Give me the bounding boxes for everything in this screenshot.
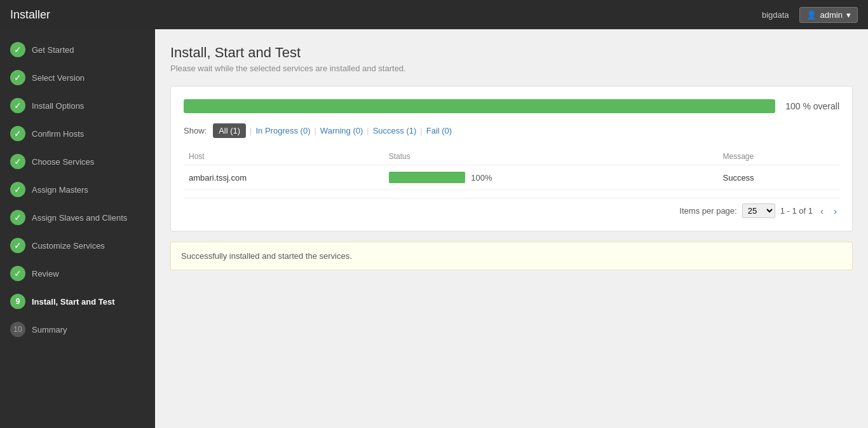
sidebar-label-get-started: Get Started (32, 45, 74, 55)
sidebar-item-select-version[interactable]: Select Version (0, 64, 155, 92)
sidebar-item-customize-services[interactable]: Customize Services (0, 231, 155, 259)
overall-bar-fill (184, 99, 775, 113)
overall-bar-container (184, 99, 775, 113)
page-subtitle: Please wait while the selected services … (170, 64, 853, 73)
col-message: Message (717, 148, 839, 165)
overall-progress-row: 100 % overall (184, 99, 839, 113)
pagination-row: Items per page: 25 50 100 1 - 1 of 1 ‹ › (184, 198, 839, 218)
navbar: Installer bigdata 👤 admin ▾ (0, 0, 868, 29)
next-page-button[interactable]: › (831, 204, 839, 217)
filter-warning-link[interactable]: Warning (0) (320, 126, 363, 135)
step-circle-summary: 10 (10, 322, 25, 337)
user-menu[interactable]: 👤 admin ▾ (799, 7, 858, 23)
step-circle-assign-slaves (10, 210, 25, 225)
sidebar-label-assign-masters: Assign Masters (32, 185, 88, 195)
items-per-page-label: Items per page: (679, 206, 736, 216)
step-circle-choose-services (10, 154, 25, 169)
sidebar-item-assign-masters[interactable]: Assign Masters (0, 176, 155, 204)
show-label: Show: (184, 126, 207, 135)
sidebar-item-assign-slaves[interactable]: Assign Slaves and Clients (0, 204, 155, 231)
table-row: ambari.tssj.com 100% Success (184, 165, 839, 190)
sep-2: | (314, 126, 316, 135)
sidebar-item-choose-services[interactable]: Choose Services (0, 148, 155, 176)
overall-percent-label: 100 % overall (785, 101, 839, 111)
page-title: Install, Start and Test (170, 45, 853, 61)
step-circle-install-options (10, 98, 25, 113)
sidebar-label-confirm-hosts: Confirm Hosts (32, 129, 84, 139)
cluster-name: bigdata (762, 10, 789, 20)
sidebar: Get Started Select Version Install Optio… (0, 29, 155, 428)
filter-in-progress-link[interactable]: In Progress (0) (255, 126, 310, 135)
sidebar-item-summary[interactable]: 10 Summary (0, 315, 155, 343)
install-card: 100 % overall Show: All (1) | In Progres… (170, 86, 853, 231)
sidebar-item-install-start-test[interactable]: 9 Install, Start and Test (0, 287, 155, 315)
step-circle-assign-masters (10, 182, 25, 197)
sidebar-label-select-version: Select Version (32, 73, 85, 83)
col-host: Host (184, 148, 384, 165)
step-circle-get-started (10, 42, 25, 57)
sidebar-item-confirm-hosts[interactable]: Confirm Hosts (0, 120, 155, 148)
host-name: ambari.tssj.com (184, 165, 384, 190)
sidebar-label-review: Review (32, 269, 59, 279)
sidebar-item-install-options[interactable]: Install Options (0, 92, 155, 120)
sidebar-label-customize-services: Customize Services (32, 241, 105, 251)
host-status-cell: 100% (384, 165, 718, 190)
main-content: Install, Start and Test Please wait whil… (155, 29, 868, 428)
step-circle-select-version (10, 70, 25, 85)
sidebar-label-install-start-test: Install, Start and Test (32, 297, 115, 307)
step-circle-install-start-test: 9 (10, 294, 25, 309)
host-percent: 100% (471, 173, 492, 183)
success-message-text: Successfully installed and started the s… (181, 251, 352, 261)
step-circle-confirm-hosts (10, 126, 25, 141)
host-progress-bar (389, 172, 465, 183)
chevron-down-icon: ▾ (846, 10, 851, 20)
filter-fail-link[interactable]: Fail (0) (426, 126, 452, 135)
host-table: Host Status Message ambari.tssj.com 100%… (184, 148, 839, 190)
sep-3: | (367, 126, 369, 135)
col-status: Status (384, 148, 718, 165)
sidebar-label-summary: Summary (32, 325, 67, 335)
filter-all-button[interactable]: All (1) (213, 123, 246, 138)
step-circle-review (10, 266, 25, 281)
sep-4: | (420, 126, 422, 135)
filter-row: Show: All (1) | In Progress (0) | Warnin… (184, 123, 839, 138)
user-label: admin (820, 10, 843, 20)
app-title: Installer (10, 8, 50, 22)
sidebar-label-choose-services: Choose Services (32, 157, 94, 167)
user-icon: 👤 (806, 10, 817, 20)
sidebar-item-get-started[interactable]: Get Started (0, 36, 155, 64)
success-message-box: Successfully installed and started the s… (170, 242, 853, 270)
navbar-right: bigdata 👤 admin ▾ (762, 7, 858, 23)
prev-page-button[interactable]: ‹ (818, 204, 826, 217)
sidebar-label-install-options: Install Options (32, 101, 84, 111)
page-range-label: 1 - 1 of 1 (780, 206, 813, 216)
step-circle-customize-services (10, 238, 25, 253)
filter-success-link[interactable]: Success (1) (373, 126, 417, 135)
sidebar-item-review[interactable]: Review (0, 259, 155, 287)
sep-1: | (250, 126, 252, 135)
host-message: Success (717, 165, 839, 190)
sidebar-label-assign-slaves: Assign Slaves and Clients (32, 213, 127, 223)
layout: Get Started Select Version Install Optio… (0, 29, 868, 428)
items-per-page-select[interactable]: 25 50 100 (742, 204, 775, 218)
